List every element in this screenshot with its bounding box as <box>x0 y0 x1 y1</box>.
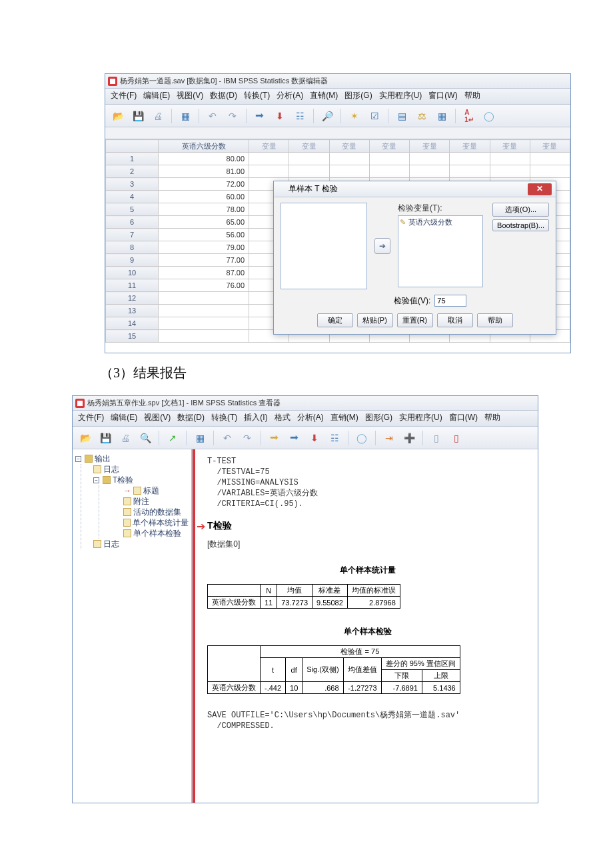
empty-cell[interactable] <box>450 165 490 178</box>
vmenu-graphs[interactable]: 图形(G) <box>365 412 392 423</box>
redo-icon[interactable]: ↷ <box>239 429 256 447</box>
row-header[interactable]: 12 <box>106 292 159 305</box>
recall-dialog-icon[interactable]: ▦ <box>191 429 209 447</box>
vmenu-directmarketing[interactable]: 直销(M) <box>330 412 358 423</box>
print-icon[interactable]: 🖨 <box>117 429 134 447</box>
column-header-var1[interactable]: 英语六级分数 <box>159 140 249 153</box>
outline-pane[interactable]: −输出 日志 −T检验 →标题 附注 活动的数据集 单个样本统计量 单个样本检验… <box>73 449 193 803</box>
data-editor-menubar[interactable]: 文件(F) 编辑(E) 视图(V) 数据(D) 转换(T) 分析(A) 直销(M… <box>105 89 570 105</box>
preview-icon[interactable]: 🔍 <box>137 429 154 447</box>
column-header-empty[interactable]: 变量 <box>329 140 369 153</box>
empty-cell[interactable] <box>410 153 450 165</box>
vmenu-insert[interactable]: 插入(I) <box>244 412 267 423</box>
select-last-icon[interactable]: ⇥ <box>380 429 398 447</box>
data-cell[interactable] <box>159 317 249 330</box>
designate-window-icon[interactable]: ➕ <box>400 429 418 447</box>
row-header[interactable]: 15 <box>106 330 159 343</box>
split-file-icon[interactable]: ✶ <box>346 107 363 125</box>
vmenu-window[interactable]: 窗口(W) <box>449 412 478 423</box>
viewer-menubar[interactable]: 文件(F) 编辑(E) 视图(V) 数据(D) 转换(T) 插入(I) 格式 分… <box>73 411 538 427</box>
row-header[interactable]: 9 <box>106 254 159 267</box>
vmenu-utilities[interactable]: 实用程序(U) <box>399 412 442 423</box>
row-header[interactable]: 1 <box>106 153 159 165</box>
empty-cell[interactable] <box>329 153 369 165</box>
scale-icon[interactable]: ⚖ <box>413 107 430 125</box>
save-icon[interactable]: 💾 <box>97 429 114 447</box>
vmenu-format[interactable]: 格式 <box>275 412 291 423</box>
paste-button[interactable]: 粘贴(P) <box>357 313 393 327</box>
menu-graphs[interactable]: 图形(G) <box>344 90 372 101</box>
outline-active-dataset[interactable]: 活动的数据集 <box>133 507 181 517</box>
data-cell[interactable]: 60.00 <box>159 191 249 203</box>
globe-icon[interactable]: ◯ <box>480 107 498 125</box>
goto-case-icon[interactable]: ⮕ <box>251 107 269 125</box>
row-header[interactable]: 7 <box>106 229 159 241</box>
menu-data[interactable]: 数据(D) <box>210 90 237 101</box>
use-variable-sets-icon[interactable]: A1↵ <box>460 107 478 125</box>
empty-cell[interactable] <box>530 165 570 178</box>
data-cell[interactable]: 77.00 <box>159 254 249 267</box>
vmenu-transform[interactable]: 转换(T) <box>211 412 237 423</box>
weight-cases-icon[interactable]: ▤ <box>393 107 410 125</box>
empty-cell[interactable] <box>490 165 530 178</box>
open-icon[interactable]: 📂 <box>109 107 127 125</box>
empty-cell[interactable] <box>289 165 329 178</box>
find-icon[interactable]: 🔎 <box>318 107 336 125</box>
menu-analyze[interactable]: 分析(A) <box>277 90 303 101</box>
empty-cell[interactable] <box>530 153 570 165</box>
test-variable-list[interactable]: 英语六级分数 <box>398 215 483 287</box>
empty-cell[interactable] <box>249 165 289 178</box>
outline-log2[interactable]: 日志 <box>103 539 119 549</box>
vmenu-data[interactable]: 数据(D) <box>177 412 205 423</box>
row-header[interactable]: 3 <box>106 178 159 191</box>
row-header[interactable]: 11 <box>106 279 159 292</box>
goto-var-icon[interactable]: ⬇ <box>271 107 289 125</box>
vmenu-file[interactable]: 文件(F) <box>78 412 104 423</box>
reset-button[interactable]: 重置(R) <box>397 313 433 327</box>
page-icon[interactable]: ▯ <box>428 429 445 447</box>
empty-cell[interactable] <box>369 153 409 165</box>
menu-transform[interactable]: 转换(T) <box>244 90 270 101</box>
menu-directmarketing[interactable]: 直销(M) <box>310 90 338 101</box>
menu-utilities[interactable]: 实用程序(U) <box>379 90 422 101</box>
move-right-button[interactable]: ➔ <box>374 238 390 254</box>
data-cell[interactable] <box>159 292 249 305</box>
vmenu-edit[interactable]: 编辑(E) <box>111 412 137 423</box>
save-icon[interactable]: 💾 <box>129 107 147 125</box>
print-icon[interactable]: 🖨 <box>149 107 167 125</box>
goto-var-icon[interactable]: ⬇ <box>306 429 323 447</box>
empty-cell[interactable] <box>410 165 450 178</box>
column-header-empty[interactable]: 变量 <box>450 140 490 153</box>
column-header-empty[interactable]: 变量 <box>410 140 450 153</box>
row-header[interactable]: 13 <box>106 305 159 317</box>
menu-window[interactable]: 窗口(W) <box>428 90 457 101</box>
export-icon[interactable]: ↗ <box>164 429 181 447</box>
row-header[interactable]: 4 <box>106 191 159 203</box>
outline-stats[interactable]: 单个样本统计量 <box>133 517 189 528</box>
row-header[interactable]: 8 <box>106 241 159 254</box>
page-red-icon[interactable]: ▯ <box>448 429 465 447</box>
bootstrap-button[interactable]: Bootstrap(B)... <box>492 219 549 231</box>
undo-icon[interactable]: ↶ <box>219 429 236 447</box>
select-cases-icon[interactable]: ☑ <box>366 107 383 125</box>
data-cell[interactable]: 56.00 <box>159 229 249 241</box>
empty-cell[interactable] <box>249 153 289 165</box>
open-icon[interactable]: 📂 <box>77 429 94 447</box>
variables-icon[interactable]: ☷ <box>326 429 343 447</box>
recall-dialog-icon[interactable]: ▦ <box>177 107 194 125</box>
data-cell[interactable] <box>159 330 249 343</box>
column-header-empty[interactable]: 变量 <box>530 140 570 153</box>
menu-edit[interactable]: 编辑(E) <box>143 90 170 101</box>
row-header[interactable]: 2 <box>106 165 159 178</box>
empty-cell[interactable] <box>329 165 369 178</box>
options-button[interactable]: 选项(O)... <box>492 203 549 217</box>
data-cell[interactable]: 80.00 <box>159 153 249 165</box>
row-header[interactable]: 5 <box>106 203 159 216</box>
column-header-empty[interactable]: 变量 <box>369 140 409 153</box>
column-header-empty[interactable]: 变量 <box>289 140 329 153</box>
row-header[interactable]: 6 <box>106 216 159 229</box>
outline-output[interactable]: 输出 <box>95 453 111 464</box>
outline-ttest[interactable]: T检验 <box>113 475 133 485</box>
ok-button[interactable]: 确定 <box>317 313 353 327</box>
menu-view[interactable]: 视图(V) <box>177 90 203 101</box>
